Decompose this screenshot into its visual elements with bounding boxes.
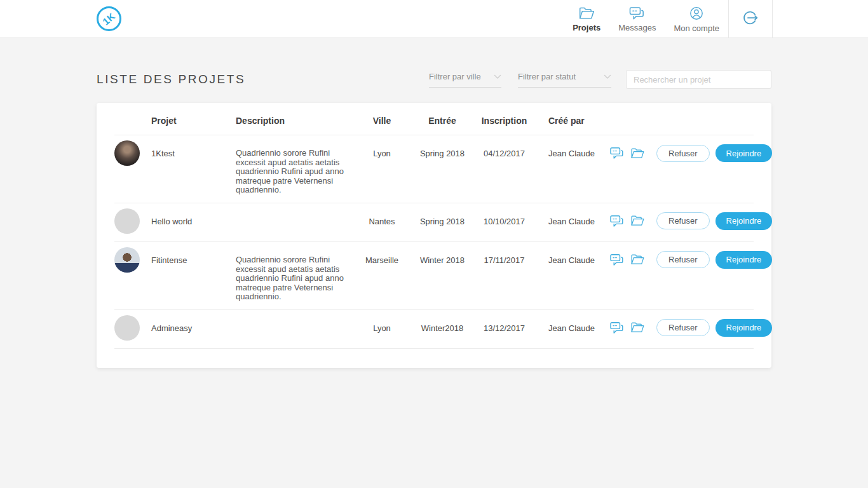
header-avatar-spacer: [114, 116, 151, 126]
folder-icon[interactable]: [630, 254, 645, 266]
project-created-by: Jean Claude: [534, 314, 609, 333]
project-registration: 17/11/2017: [474, 246, 534, 265]
project-entry: Spring 2018: [410, 139, 474, 158]
chevron-down-icon: [604, 72, 611, 81]
chevron-down-icon: [494, 72, 501, 81]
project-city: Lyon: [353, 314, 410, 333]
status-filter-label: Filtrer par statut: [518, 72, 576, 81]
app-header: 1K Projets Messages: [0, 0, 868, 38]
row-actions: Refuser Rejoindre: [609, 139, 772, 162]
row-actions: Refuser Rejoindre: [609, 207, 772, 230]
search-input[interactable]: [626, 70, 771, 89]
logo-text: 1K: [100, 11, 117, 27]
join-button[interactable]: Rejoindre: [715, 319, 773, 337]
table-row: Fitintense Quadriennio sorore Rufini exc…: [114, 242, 754, 310]
project-registration: 13/12/2017: [474, 314, 534, 333]
user-icon: [689, 6, 704, 21]
projects-table-card: Projet Description Ville Entrée Inscript…: [97, 103, 771, 368]
project-description: Quadriennio sorore Rufini excessit apud …: [236, 246, 353, 302]
city-filter-select[interactable]: Filtrer par ville: [429, 72, 501, 88]
table-row: Admineasy Lyon Winter2018 13/12/2017 Jea…: [114, 310, 754, 349]
project-registration: 04/12/2017: [474, 139, 534, 158]
column-header-project: Projet: [151, 116, 236, 126]
refuse-button[interactable]: Refuser: [656, 212, 710, 229]
chat-icon[interactable]: [609, 322, 625, 334]
table-header-row: Projet Description Ville Entrée Inscript…: [114, 103, 754, 135]
project-registration: 10/10/2017: [474, 207, 534, 226]
column-header-city: Ville: [353, 116, 410, 126]
logout-button[interactable]: [728, 0, 773, 37]
project-description: Quadriennio sorore Rufini excessit apud …: [236, 139, 353, 195]
logout-icon: [742, 9, 759, 29]
column-header-description: Description: [236, 116, 353, 126]
refuse-button[interactable]: Refuser: [656, 145, 710, 162]
project-city: Marseille: [353, 246, 410, 265]
project-name: Fitintense: [151, 246, 236, 265]
avatar: [114, 208, 140, 234]
column-header-created-by: Créé par: [534, 116, 609, 126]
project-description: [236, 314, 353, 323]
row-actions: Refuser Rejoindre: [609, 314, 772, 337]
avatar: [114, 315, 140, 341]
project-created-by: Jean Claude: [534, 207, 609, 226]
nav-label: Projets: [573, 23, 600, 32]
project-name: Hello world: [151, 207, 236, 226]
refuse-button[interactable]: Refuser: [656, 319, 710, 336]
page-title: LISTE DES PROJETS: [97, 72, 245, 86]
main-nav: Projets Messages Mon compte: [564, 0, 728, 37]
toolbar: LISTE DES PROJETS Filtrer par ville Filt…: [97, 70, 771, 89]
table-row: 1Ktest Quadriennio sorore Rufini excessi…: [114, 135, 754, 203]
column-header-registration: Inscription: [474, 116, 534, 126]
chat-icon: [628, 6, 646, 20]
nav-label: Mon compte: [674, 24, 719, 33]
nav-item-mon-compte[interactable]: Mon compte: [665, 0, 728, 37]
avatar: [114, 140, 140, 166]
project-entry: Winter 2018: [410, 246, 474, 265]
project-created-by: Jean Claude: [534, 246, 609, 265]
project-entry: Winter2018: [410, 314, 474, 333]
header-actions-spacer: [609, 116, 754, 126]
row-actions: Refuser Rejoindre: [609, 246, 772, 269]
nav-label: Messages: [618, 23, 656, 32]
city-filter-label: Filtrer par ville: [429, 72, 481, 81]
refuse-button[interactable]: Refuser: [656, 251, 710, 268]
project-entry: Spring 2018: [410, 207, 474, 226]
column-header-entry: Entrée: [410, 116, 474, 126]
join-button[interactable]: Rejoindre: [715, 144, 773, 162]
join-button[interactable]: Rejoindre: [715, 212, 773, 230]
folder-icon[interactable]: [630, 215, 645, 227]
project-description: [236, 207, 353, 217]
status-filter-select[interactable]: Filtrer par statut: [518, 72, 611, 88]
avatar: [114, 247, 140, 273]
project-created-by: Jean Claude: [534, 139, 609, 158]
logo-circle-icon: 1K: [97, 6, 121, 31]
folder-icon[interactable]: [630, 322, 645, 334]
app-logo[interactable]: 1K: [97, 0, 121, 37]
filters: Filtrer par ville Filtrer par statut: [429, 70, 771, 89]
folder-icon[interactable]: [630, 147, 645, 159]
project-city: Lyon: [353, 139, 410, 158]
project-city: Nantes: [353, 207, 410, 226]
chat-icon[interactable]: [609, 215, 625, 227]
chat-icon[interactable]: [609, 254, 625, 266]
chat-icon[interactable]: [609, 147, 625, 159]
nav-item-projets[interactable]: Projets: [564, 0, 609, 37]
join-button[interactable]: Rejoindre: [715, 251, 773, 269]
project-name: 1Ktest: [151, 139, 236, 158]
table-row: Hello world Nantes Spring 2018 10/10/201…: [114, 203, 754, 242]
nav-item-messages[interactable]: Messages: [609, 0, 665, 37]
folder-icon: [578, 6, 595, 20]
project-name: Admineasy: [151, 314, 236, 333]
